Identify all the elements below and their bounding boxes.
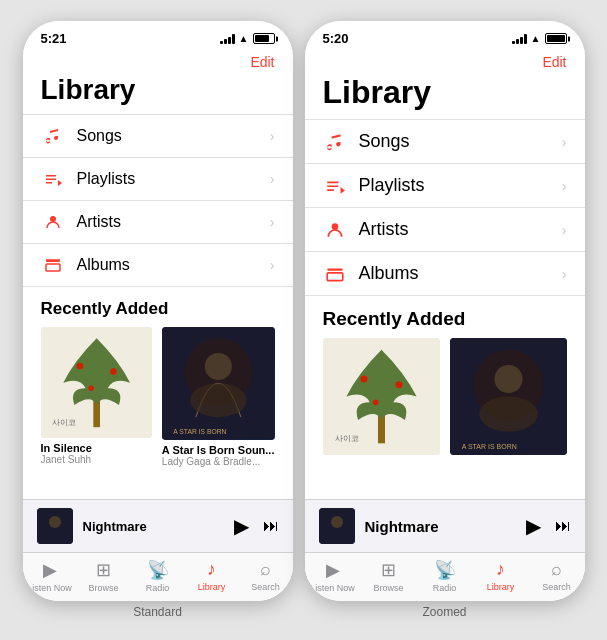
library-icon-zoomed: ♪ xyxy=(496,559,505,580)
menu-item-songs-standard[interactable]: Songs › xyxy=(23,115,293,158)
tab-label-radio-zoomed: Radio xyxy=(433,583,457,593)
albums-chevron-zoomed: › xyxy=(562,266,567,282)
album-star-zoomed[interactable]: A STAR IS BORN xyxy=(450,338,567,499)
skip-button-zoomed[interactable]: ⏭ xyxy=(555,517,571,535)
phones-container: 5:21 ▲ xyxy=(23,21,585,619)
tab-browse-standard[interactable]: ⊞ Browse xyxy=(77,559,131,593)
album-art-silence-standard: 사이코 xyxy=(41,327,152,438)
svg-text:A STAR IS BORN: A STAR IS BORN xyxy=(173,428,226,435)
phone-zoomed: 5:20 ▲ xyxy=(305,21,585,619)
tab-search-standard[interactable]: ⌕ Search xyxy=(239,559,293,593)
playlists-icon-zoomed xyxy=(323,176,347,196)
browse-icon-zoomed: ⊞ xyxy=(381,559,396,581)
search-icon-standard: ⌕ xyxy=(260,559,271,580)
tab-label-listen-now-standard: Listen Now xyxy=(27,583,72,593)
artists-chevron-standard: › xyxy=(270,214,275,230)
songs-chevron-standard: › xyxy=(270,128,275,144)
album-art-silence-zoomed: 사이코 xyxy=(323,338,440,455)
skip-button-standard[interactable]: ⏭ xyxy=(263,517,279,535)
mini-player-zoomed[interactable]: Nightmare ▶ ⏭ xyxy=(305,499,585,552)
menu-item-albums-zoomed[interactable]: Albums › xyxy=(305,252,585,296)
tab-library-zoomed[interactable]: ♪ Library xyxy=(473,559,529,593)
tab-radio-zoomed[interactable]: 📡 Radio xyxy=(417,559,473,593)
signal-icon xyxy=(220,34,235,44)
artists-chevron-zoomed: › xyxy=(562,222,567,238)
songs-icon-zoomed xyxy=(323,132,347,152)
album-title-silence-standard: In Silence xyxy=(41,442,152,454)
playlists-chevron-standard: › xyxy=(270,171,275,187)
menu-list-zoomed: Songs › Playlists › Artist xyxy=(305,119,585,296)
play-button-standard[interactable]: ▶ xyxy=(234,514,249,538)
album-silence-standard[interactable]: 사이코 In Silence Janet Suhh xyxy=(41,327,152,499)
svg-point-28 xyxy=(479,397,538,432)
albums-icon-standard xyxy=(41,255,65,275)
radio-icon-zoomed: 📡 xyxy=(434,559,456,581)
tab-label-listen-now-zoomed: Listen Now xyxy=(310,583,355,593)
album-grid-zoomed: 사이코 A STAR IS BORN xyxy=(305,338,585,499)
svg-point-13 xyxy=(205,353,232,380)
page-title-zoomed: Library xyxy=(305,70,585,119)
battery-icon xyxy=(253,33,275,44)
status-icons-zoomed: ▲ xyxy=(512,33,567,44)
svg-point-22 xyxy=(360,375,367,382)
wifi-icon-zoomed: ▲ xyxy=(531,33,541,44)
svg-point-17 xyxy=(331,223,338,230)
album-title-star-standard: A Star Is Born Soun... xyxy=(162,444,275,456)
mini-title-zoomed: Nightmare xyxy=(365,518,516,535)
edit-button-zoomed[interactable]: Edit xyxy=(542,54,566,70)
tab-browse-zoomed[interactable]: ⊞ Browse xyxy=(361,559,417,593)
phone-label-standard: Standard xyxy=(23,605,293,619)
artists-label-zoomed: Artists xyxy=(359,219,562,240)
play-button-zoomed[interactable]: ▶ xyxy=(526,514,541,538)
songs-chevron-zoomed: › xyxy=(562,134,567,150)
recently-added-header-standard: Recently Added xyxy=(23,287,293,327)
album-silence-zoomed[interactable]: 사이코 xyxy=(323,338,440,499)
svg-text:A STAR IS BORN: A STAR IS BORN xyxy=(461,443,516,450)
tab-label-library-zoomed: Library xyxy=(487,582,515,592)
tab-listen-now-standard[interactable]: ▶ Listen Now xyxy=(23,559,77,593)
svg-text:사이코: 사이코 xyxy=(52,418,76,427)
tab-search-zoomed[interactable]: ⌕ Search xyxy=(529,559,585,593)
phone-label-zoomed: Zoomed xyxy=(305,605,585,619)
album-star-standard[interactable]: A STAR IS BORN A Star Is Born Soun... La… xyxy=(162,327,275,499)
tab-radio-standard[interactable]: 📡 Radio xyxy=(131,559,185,593)
playlists-label-zoomed: Playlists xyxy=(359,175,562,196)
menu-item-playlists-zoomed[interactable]: Playlists › xyxy=(305,164,585,208)
menu-item-albums-standard[interactable]: Albums › xyxy=(23,244,293,287)
listen-now-icon-standard: ▶ xyxy=(43,559,57,581)
radio-icon-standard: 📡 xyxy=(147,559,169,581)
tab-label-search-standard: Search xyxy=(251,582,280,592)
menu-list-standard: Songs › Playlists › Artist xyxy=(23,114,293,287)
listen-now-icon-zoomed: ▶ xyxy=(326,559,340,581)
menu-item-artists-zoomed[interactable]: Artists › xyxy=(305,208,585,252)
album-art-star-zoomed: A STAR IS BORN xyxy=(450,338,567,455)
svg-text:사이코: 사이코 xyxy=(334,434,358,443)
mini-player-standard[interactable]: Nightmare ▶ ⏭ xyxy=(23,499,293,552)
album-artist-silence-standard: Janet Suhh xyxy=(41,454,152,465)
recently-added-header-zoomed: Recently Added xyxy=(305,296,585,338)
browse-icon-standard: ⊞ xyxy=(96,559,111,581)
header-standard: Edit xyxy=(23,50,293,70)
wifi-icon: ▲ xyxy=(239,33,249,44)
signal-icon-zoomed xyxy=(512,34,527,44)
tab-library-standard[interactable]: ♪ Library xyxy=(185,559,239,593)
search-icon-zoomed: ⌕ xyxy=(551,559,562,580)
status-time-standard: 5:21 xyxy=(41,31,67,46)
svg-point-16 xyxy=(49,516,61,528)
albums-icon-zoomed xyxy=(323,264,347,284)
tab-label-browse-standard: Browse xyxy=(88,583,118,593)
mini-controls-standard: ▶ ⏭ xyxy=(234,514,279,538)
status-icons-standard: ▲ xyxy=(220,33,275,44)
menu-item-playlists-standard[interactable]: Playlists › xyxy=(23,158,293,201)
svg-point-23 xyxy=(395,381,402,388)
albums-label-zoomed: Albums xyxy=(359,263,562,284)
edit-button-standard[interactable]: Edit xyxy=(250,54,274,70)
svg-point-32 xyxy=(331,516,343,528)
svg-point-6 xyxy=(76,363,83,370)
menu-item-artists-standard[interactable]: Artists › xyxy=(23,201,293,244)
svg-point-8 xyxy=(88,385,94,391)
library-icon-standard: ♪ xyxy=(207,559,216,580)
songs-label-standard: Songs xyxy=(77,127,270,145)
menu-item-songs-zoomed[interactable]: Songs › xyxy=(305,120,585,164)
tab-listen-now-zoomed[interactable]: ▶ Listen Now xyxy=(305,559,361,593)
